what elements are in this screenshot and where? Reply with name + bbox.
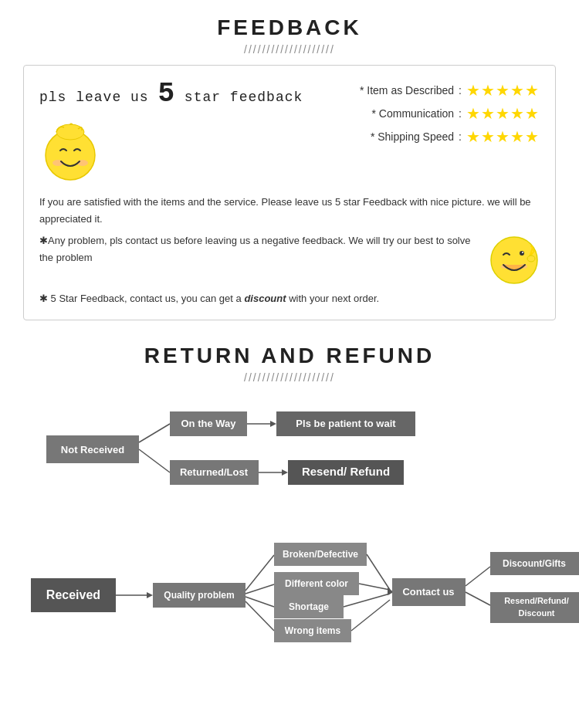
discount-word: discount	[244, 293, 286, 304]
big-number: 5	[157, 78, 175, 110]
svg-line-44	[367, 554, 390, 590]
svg-text:Discount/Gifts: Discount/Gifts	[503, 558, 566, 569]
svg-line-12	[139, 424, 170, 442]
svg-text:Not Received: Not Received	[61, 444, 124, 455]
feedback-section: FEEDBACK //////////////////// pls leave …	[0, 0, 579, 328]
feedback-body-3: ✱ 5 Star Feedback, contact us, you can g…	[39, 290, 540, 307]
svg-point-7	[520, 251, 524, 256]
headline-prefix: pls leave us	[39, 90, 149, 105]
rating-label-ship: * Shipping Speed	[346, 130, 454, 143]
svg-line-47	[351, 600, 390, 631]
feedback-headline: pls leave us 5 star feedback	[39, 78, 303, 110]
not-received-svg: Not Received On the Way Pls be patient t…	[46, 401, 571, 501]
feedback-top-row: pls leave us 5 star feedback	[39, 78, 540, 183]
svg-text:Shortage: Shortage	[289, 601, 329, 612]
rating-label-comm: * Communication	[346, 107, 454, 120]
svg-marker-29	[147, 592, 153, 598]
headline-suffix: star feedback	[185, 90, 303, 105]
rating-colon: :	[459, 84, 462, 97]
svg-text:Quality problem: Quality problem	[164, 590, 234, 601]
svg-text:Different color: Different color	[285, 578, 348, 589]
not-received-diagram: Not Received On the Way Pls be patient t…	[23, 393, 556, 501]
rating-label-item: * Item as Described	[346, 84, 454, 97]
svg-line-52	[466, 592, 490, 605]
svg-text:Discount: Discount	[518, 608, 554, 618]
stars-item: ★★★★★	[466, 81, 540, 100]
received-diagram: Received Quality problem Broken/Defectiv…	[23, 509, 556, 694]
rating-colon-3: :	[459, 130, 462, 143]
feedback-body: If you are satisfied with the items and …	[39, 194, 540, 307]
smiley-icon	[39, 121, 101, 183]
feedback-divider: ////////////////////	[23, 43, 556, 56]
feedback-left: pls leave us 5 star feedback	[39, 78, 303, 183]
rating-row-shipping: * Shipping Speed : ★★★★★	[346, 127, 540, 146]
svg-text:On the Way: On the Way	[181, 418, 236, 429]
svg-line-13	[139, 449, 170, 472]
svg-point-9	[527, 256, 535, 262]
svg-text:Returned/Lost: Returned/Lost	[180, 466, 249, 478]
happy-emoji-icon	[489, 235, 540, 286]
feedback-box: pls leave us 5 star feedback	[23, 65, 556, 320]
feedback-body-1: If you are satisfied with the items and …	[39, 194, 540, 228]
svg-line-51	[466, 567, 490, 586]
svg-marker-17	[270, 421, 276, 427]
svg-text:Resend/Refund/: Resend/Refund/	[504, 596, 569, 605]
svg-text:Resend/ Refund: Resend/ Refund	[302, 465, 390, 478]
svg-text:Received: Received	[46, 588, 100, 601]
return-title: RETURN AND REFUND	[23, 344, 556, 368]
return-refund-section: RETURN AND REFUND //////////////////// N…	[0, 328, 579, 702]
svg-text:Wrong items: Wrong items	[285, 625, 341, 636]
feedback-body-2: ✱Any problem, pls contact us before leav…	[39, 232, 540, 286]
svg-text:Contact us: Contact us	[402, 586, 454, 598]
stars-comm: ★★★★★	[466, 104, 540, 123]
rating-row-item-described: * Item as Described : ★★★★★	[346, 81, 540, 100]
feedback-title: FEEDBACK	[23, 15, 556, 40]
svg-line-45	[359, 584, 390, 590]
rating-colon-2: :	[459, 107, 462, 120]
feedback-ratings: * Item as Described : ★★★★★ * Communicat…	[346, 78, 540, 146]
return-divider: ////////////////////	[23, 371, 556, 384]
svg-point-8	[522, 252, 523, 253]
svg-text:Broken/Defective: Broken/Defective	[283, 549, 358, 560]
svg-marker-23	[282, 469, 288, 476]
received-svg: Received Quality problem Broken/Defectiv…	[31, 516, 579, 686]
svg-text:Pls be patient to wait: Pls be patient to wait	[296, 418, 396, 429]
stars-ship: ★★★★★	[466, 127, 540, 146]
rating-row-communication: * Communication : ★★★★★	[346, 104, 540, 123]
